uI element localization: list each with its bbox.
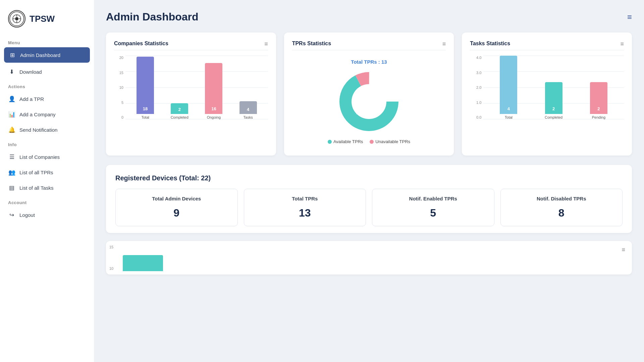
device-card-notif-enabled-value: 5 <box>378 207 489 219</box>
legend-dot-unavailable <box>370 140 374 144</box>
sidebar-item-list-companies[interactable]: ☰ List of Companies <box>0 149 94 165</box>
bottom-chart-bars <box>123 244 619 271</box>
devices-section: Registered Devices (Total: 22) Total Adm… <box>106 165 632 233</box>
sidebar-item-logout[interactable]: ↪ Logout <box>0 207 94 223</box>
sidebar-item-add-tpr[interactable]: 👤 Add a TPR <box>0 91 94 107</box>
logo-area: TPSW <box>0 7 94 36</box>
companies-stats-card: Companies Statistics ≡ 0 5 10 15 20 <box>106 33 276 156</box>
tasks-bar-area: 4 Total 2 Completed 2 <box>483 56 624 119</box>
tasks-bar-total: 4 Total <box>486 56 531 119</box>
sidebar-item-list-tprs[interactable]: 👥 List of all TPRs <box>0 165 94 180</box>
hamburger-icon[interactable]: ≡ <box>627 12 632 22</box>
donut-svg-wrapper: 7.7% 92.3% <box>335 68 402 135</box>
sidebar-item-list-companies-label: List of Companies <box>19 154 60 160</box>
add-tpr-icon: 👤 <box>8 95 15 103</box>
device-card-notif-disabled: Notif. Disabled TPRs 8 <box>500 189 623 226</box>
tasks-stats-title: Tasks Statistics ≡ <box>470 41 624 50</box>
notification-icon: 🔔 <box>8 126 15 133</box>
tasks-bar-chart: 0.0 1.0 2.0 3.0 4.0 <box>470 56 624 129</box>
device-card-total-admin: Total Admin Devices 9 <box>115 189 238 226</box>
sidebar-item-add-company-label: Add a Company <box>19 112 56 117</box>
device-card-total-admin-title: Total Admin Devices <box>121 196 232 201</box>
bottom-chart-bar <box>123 255 163 271</box>
download-icon: ⬇ <box>8 68 15 75</box>
dashboard-icon: ⊞ <box>9 51 16 59</box>
companies-stats-title: Companies Statistics ≡ <box>114 41 268 50</box>
tprs-chart-menu[interactable]: ≡ <box>442 41 446 48</box>
page-title: Admin Dashboard <box>106 11 199 23</box>
sidebar-section-account: Account <box>0 195 94 207</box>
legend-dot-available <box>328 140 332 144</box>
tprs-stats-title: TPRs Statistics ≡ <box>292 41 446 50</box>
sidebar-item-add-tpr-label: Add a TPR <box>19 96 44 102</box>
sidebar-item-add-company[interactable]: 📊 Add a Company <box>0 107 94 122</box>
device-card-notif-disabled-value: 8 <box>506 207 617 219</box>
device-card-total-tprs: Total TPRs 13 <box>244 189 366 226</box>
device-card-notif-disabled-title: Notif. Disabled TPRs <box>506 196 617 201</box>
sidebar-section-info: Info <box>0 137 94 149</box>
list-tasks-icon: ▤ <box>8 184 15 191</box>
sidebar-section-menu: Menu <box>0 36 94 47</box>
sidebar-item-admin-dashboard[interactable]: ⊞ Admin Dashboard <box>4 47 90 63</box>
sidebar-item-admin-dashboard-label: Admin Dashboard <box>20 52 60 58</box>
list-tprs-icon: 👥 <box>8 169 15 176</box>
main-header: Admin Dashboard ≡ <box>106 11 632 23</box>
sidebar-item-list-tasks-label: List of all Tasks <box>19 185 53 191</box>
bar-chart-area: 18 Total 2 Completed 16 <box>125 56 268 119</box>
add-company-icon: 📊 <box>8 111 15 118</box>
bar-tasks: 4 Tasks <box>231 56 265 119</box>
tprs-donut-container: Total TPRs : 13 7.7% 92.3% <box>292 56 446 147</box>
devices-section-title: Registered Devices (Total: 22) <box>115 174 623 182</box>
sidebar-section-actions: Actions <box>0 79 94 91</box>
bar-total: 18 Total <box>128 56 162 119</box>
sidebar-item-logout-label: Logout <box>19 212 35 218</box>
tprs-stats-card: TPRs Statistics ≡ Total TPRs : 13 <box>284 33 454 156</box>
sidebar-item-list-tprs-label: List of all TPRs <box>19 170 53 175</box>
bottom-chart-section: ≡ 10 15 <box>106 241 632 275</box>
sidebar-item-download[interactable]: ⬇ Download <box>0 64 94 79</box>
devices-cards-grid: Total Admin Devices 9 Total TPRs 13 Noti… <box>115 189 623 226</box>
sidebar-item-list-tasks[interactable]: ▤ List of all Tasks <box>0 180 94 195</box>
y-axis-labels: 0 5 10 15 20 <box>114 56 123 119</box>
main-content: Admin Dashboard ≡ Companies Statistics ≡… <box>94 0 644 362</box>
svg-text:7.7%: 7.7% <box>375 89 385 94</box>
companies-bar-chart: 0 5 10 15 20 <box>114 56 268 129</box>
logo-inner-ring <box>9 11 24 26</box>
legend-available: Available TPRs <box>328 139 363 144</box>
logo-icon <box>8 10 25 27</box>
device-card-notif-enabled: Notif. Enabled TPRs 5 <box>372 189 494 226</box>
sidebar-item-send-notification-label: Send Notification <box>19 127 57 133</box>
sidebar: TPSW Menu ⊞ Admin Dashboard ⬇ Download A… <box>0 0 94 362</box>
tasks-chart-menu[interactable]: ≡ <box>620 41 624 48</box>
stats-row: Companies Statistics ≡ 0 5 10 15 20 <box>106 33 632 156</box>
device-card-total-admin-value: 9 <box>121 207 232 219</box>
tasks-bar-completed: 2 Completed <box>531 56 576 119</box>
device-card-total-tprs-title: Total TPRs <box>250 196 361 201</box>
logout-icon: ↪ <box>8 211 15 219</box>
svg-point-1 <box>15 17 18 20</box>
sidebar-item-download-label: Download <box>19 69 42 75</box>
donut-legend: Available TPRs Unavailable TPRs <box>328 139 410 144</box>
bar-completed: 2 Completed <box>162 56 197 119</box>
logo-text: TPSW <box>30 14 55 24</box>
device-card-notif-enabled-title: Notif. Enabled TPRs <box>378 196 489 201</box>
tasks-stats-card: Tasks Statistics ≡ 0.0 1.0 2.0 3.0 4.0 <box>462 33 632 156</box>
tasks-y-axis: 0.0 1.0 2.0 3.0 4.0 <box>470 56 481 119</box>
list-companies-icon: ☰ <box>8 153 15 161</box>
svg-text:92.3%: 92.3% <box>356 110 369 115</box>
tprs-total-label: Total TPRs : 13 <box>351 59 387 65</box>
sidebar-item-send-notification[interactable]: 🔔 Send Notification <box>0 122 94 137</box>
bottom-chart-menu[interactable]: ≡ <box>622 246 625 253</box>
bottom-chart-y-axis: 10 15 <box>109 245 113 270</box>
donut-chart-svg: 7.7% 92.3% <box>335 68 402 135</box>
companies-chart-menu[interactable]: ≡ <box>264 41 268 48</box>
device-card-total-tprs-value: 13 <box>250 207 361 219</box>
bar-ongoing: 16 Ongoing <box>197 56 231 119</box>
legend-unavailable: Unavailable TPRs <box>370 139 410 144</box>
tasks-bar-pending: 2 Pending <box>576 56 621 119</box>
